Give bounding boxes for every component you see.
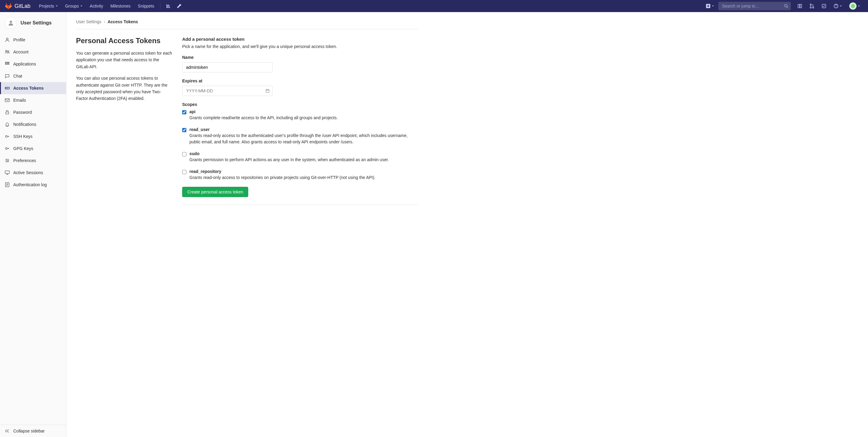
- sidebar-item-label: Profile: [13, 37, 25, 42]
- sidebar-item-password[interactable]: Password: [0, 106, 66, 118]
- sidebar-item-label: Password: [13, 110, 32, 115]
- svg-point-13: [852, 7, 852, 7]
- nav-help[interactable]: [831, 0, 845, 12]
- create-token-button[interactable]: Create personal access token: [182, 187, 248, 197]
- sidebar-item-applications[interactable]: Applications: [0, 58, 66, 70]
- scope-read-user-checkbox[interactable]: [182, 128, 186, 132]
- svg-point-6: [812, 7, 814, 8]
- sidebar-item-account[interactable]: Account: [0, 46, 66, 58]
- svg-point-27: [7, 88, 7, 88]
- sidebar-item-preferences[interactable]: Preferences: [0, 154, 66, 167]
- svg-point-10: [852, 6, 853, 6]
- scopes-label: Scopes: [182, 102, 418, 107]
- sidebar-item-label: Access Tokens: [13, 86, 44, 91]
- nav-activity[interactable]: Activity: [86, 0, 107, 12]
- sidebar-nav: Profile Account Applications Chat Access…: [0, 34, 66, 425]
- caret-down-icon: [56, 5, 58, 7]
- key-icon: [5, 134, 10, 139]
- sidebar-item-gpg-keys[interactable]: GPG Keys: [0, 142, 66, 154]
- scope-name: read_user: [189, 127, 418, 132]
- chat-icon: [5, 74, 10, 79]
- name-input[interactable]: [182, 62, 273, 72]
- sidebar-item-auth-log[interactable]: Authentication log: [0, 179, 66, 191]
- scope-sudo-checkbox[interactable]: [182, 152, 186, 156]
- expires-label: Expires at: [182, 79, 418, 83]
- sidebar-item-notifications[interactable]: Notifications: [0, 118, 66, 130]
- nav-plus[interactable]: [703, 0, 717, 12]
- page-title: Personal Access Tokens: [76, 36, 173, 45]
- sidebar-item-label: Preferences: [13, 158, 36, 163]
- chart-icon: [166, 4, 171, 8]
- search-icon[interactable]: [784, 4, 788, 8]
- svg-point-14: [854, 7, 854, 7]
- nav-projects[interactable]: Projects: [35, 0, 62, 12]
- todo-icon: [822, 4, 826, 8]
- scope-name: api: [189, 109, 418, 114]
- content-right: Add a personal access token Pick a name …: [182, 36, 418, 205]
- sidebar-item-ssh-keys[interactable]: SSH Keys: [0, 130, 66, 142]
- wrench-icon: [177, 4, 182, 8]
- sidebar-item-profile[interactable]: Profile: [0, 34, 66, 46]
- expires-input[interactable]: [182, 86, 273, 96]
- svg-rect-24: [8, 63, 9, 65]
- token-icon: [5, 86, 10, 91]
- applications-icon: [5, 62, 10, 66]
- svg-rect-22: [5, 63, 6, 65]
- sidebar-item-label: Notifications: [13, 122, 36, 127]
- calendar-icon[interactable]: [266, 89, 270, 93]
- main-content: User Settings › Access Tokens Personal A…: [66, 12, 428, 437]
- lock-icon: [5, 110, 10, 115]
- nav-groups[interactable]: Groups: [62, 0, 86, 12]
- nav-user-menu[interactable]: [846, 0, 863, 12]
- gitlab-logo-icon: [5, 3, 12, 9]
- scope-name: read_repository: [189, 169, 418, 174]
- caret-down-icon: [858, 5, 860, 7]
- page-desc-2: You can also use personal access tokens …: [76, 75, 173, 102]
- nav-todos[interactable]: [818, 0, 829, 12]
- scope-api-checkbox[interactable]: [182, 110, 186, 114]
- svg-rect-38: [266, 90, 269, 93]
- search-wrap: [718, 2, 791, 10]
- breadcrumb-parent[interactable]: User Settings: [76, 19, 101, 24]
- scope-read-user: read_user Grants read-only access to the…: [182, 127, 418, 145]
- svg-point-11: [852, 5, 852, 5]
- svg-point-31: [5, 136, 7, 137]
- issues-icon: [798, 4, 802, 8]
- user-icon: [8, 20, 14, 26]
- sidebar-item-label: Emails: [13, 98, 26, 103]
- svg-rect-29: [5, 99, 9, 102]
- scope-read-repository-checkbox[interactable]: [182, 170, 186, 174]
- nav-links: Projects Groups Activity Milestones Snip…: [35, 0, 185, 12]
- search-input[interactable]: [718, 2, 791, 10]
- svg-point-34: [8, 160, 9, 161]
- nav-admin-icon[interactable]: [174, 0, 185, 12]
- sidebar-item-access-tokens[interactable]: Access Tokens: [0, 82, 66, 94]
- scope-desc: Grants read-only access to the authentic…: [189, 133, 418, 145]
- user-avatar: [849, 2, 857, 10]
- brand-text: GitLab: [14, 3, 30, 9]
- nav-merge-requests[interactable]: [806, 0, 817, 12]
- svg-point-18: [8, 51, 9, 52]
- nav-snippets[interactable]: Snippets: [134, 0, 158, 12]
- svg-point-26: [6, 88, 6, 88]
- scope-desc: Grants complete read/write access to the…: [189, 115, 418, 121]
- sidebar-item-label: GPG Keys: [13, 146, 33, 151]
- brand[interactable]: GitLab: [5, 3, 30, 9]
- sidebar-item-chat[interactable]: Chat: [0, 70, 66, 82]
- scope-name: sudo: [189, 151, 418, 156]
- top-navbar: GitLab Projects Groups Activity Mileston…: [0, 0, 868, 12]
- nav-milestones[interactable]: Milestones: [107, 0, 134, 12]
- svg-point-1: [784, 4, 787, 7]
- name-label: Name: [182, 55, 418, 60]
- sidebar-item-emails[interactable]: Emails: [0, 94, 66, 106]
- collapse-icon: [5, 429, 10, 433]
- page-desc-1: You can generate a personal access token…: [76, 50, 173, 70]
- svg-point-17: [6, 50, 7, 52]
- sidebar-collapse[interactable]: Collapse sidebar: [0, 425, 66, 437]
- sidebar-item-active-sessions[interactable]: Active Sessions: [0, 167, 66, 179]
- caret-down-icon: [840, 5, 842, 7]
- plus-square-icon: [706, 4, 711, 8]
- nav-analytics-icon[interactable]: [163, 0, 174, 12]
- nav-issues[interactable]: [795, 0, 805, 12]
- help-icon: [834, 4, 838, 8]
